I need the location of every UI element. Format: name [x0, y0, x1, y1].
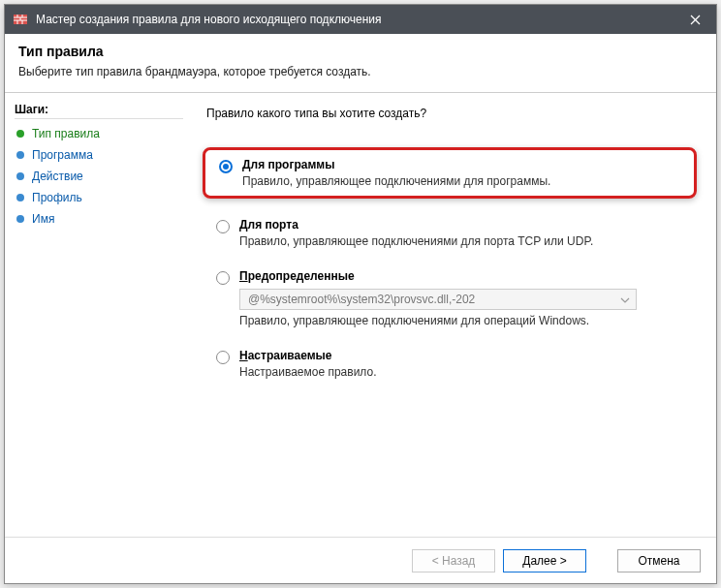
- step-bullet-icon: [16, 151, 24, 159]
- steps-title: Шаги:: [15, 101, 183, 119]
- step-label: Действие: [32, 170, 83, 183]
- dropdown-value: @%systemroot%\system32\provsvc.dll,-202: [248, 293, 475, 306]
- page-subtitle: Выберите тип правила брандмауэра, которо…: [18, 65, 703, 78]
- firewall-icon: [13, 12, 28, 27]
- step-label: Тип правила: [32, 127, 100, 140]
- option-custom-desc: Настраиваемое правило.: [239, 365, 693, 379]
- wizard-body: Шаги: Тип правила Программа Действие Про…: [5, 93, 716, 537]
- step-action[interactable]: Действие: [15, 166, 183, 187]
- step-name[interactable]: Имя: [15, 208, 183, 230]
- option-port[interactable]: Для порта Правило, управляющее подключен…: [206, 212, 697, 254]
- close-button[interactable]: [674, 5, 716, 34]
- option-program[interactable]: Для программы Правило, управляющее подкл…: [203, 147, 697, 199]
- radio-custom[interactable]: [216, 351, 230, 364]
- option-predefined-desc: Правило, управляющее подключениями для о…: [239, 314, 693, 327]
- titlebar: Мастер создания правила для нового исход…: [5, 5, 716, 34]
- radio-predefined[interactable]: [216, 271, 230, 285]
- radio-port[interactable]: [216, 220, 230, 233]
- wizard-header: Тип правила Выберите тип правила брандма…: [5, 34, 716, 93]
- option-custom[interactable]: Настраиваемые Настраиваемое правило.: [206, 343, 697, 385]
- wizard-footer: < Назад Далее > Отмена: [5, 537, 716, 583]
- page-title: Тип правила: [18, 44, 703, 59]
- next-button[interactable]: Далее >: [503, 549, 586, 573]
- steps-sidebar: Шаги: Тип правила Программа Действие Про…: [5, 93, 189, 537]
- window-title: Мастер создания правила для нового исход…: [36, 13, 674, 26]
- chevron-down-icon: [620, 293, 630, 306]
- option-predefined-label: Предопределенные: [239, 269, 693, 283]
- step-rule-type[interactable]: Тип правила: [15, 123, 183, 144]
- step-label: Имя: [32, 212, 54, 226]
- predefined-dropdown[interactable]: @%systemroot%\system32\provsvc.dll,-202: [239, 289, 637, 310]
- radio-program[interactable]: [219, 160, 233, 173]
- step-bullet-icon: [16, 215, 24, 223]
- content-area: Правило какого типа вы хотите создать? Д…: [189, 93, 716, 537]
- step-bullet-icon: [16, 172, 24, 180]
- option-program-desc: Правило, управляющее подключениями для п…: [242, 174, 684, 188]
- option-program-label: Для программы: [242, 158, 684, 171]
- step-bullet-icon: [16, 194, 24, 201]
- option-custom-label: Настраиваемые: [239, 349, 693, 362]
- option-predefined[interactable]: Предопределенные @%systemroot%\system32\…: [206, 263, 697, 333]
- question-text: Правило какого типа вы хотите создать?: [206, 107, 697, 120]
- step-bullet-icon: [16, 130, 24, 138]
- wizard-window: Мастер создания правила для нового исход…: [4, 4, 717, 584]
- option-port-label: Для порта: [239, 218, 693, 232]
- step-profile[interactable]: Профиль: [15, 187, 183, 208]
- step-label: Программа: [32, 148, 93, 162]
- step-label: Профиль: [32, 191, 82, 204]
- close-icon: [690, 15, 701, 25]
- step-program[interactable]: Программа: [15, 144, 183, 166]
- option-port-desc: Правило, управляющее подключениями для п…: [239, 234, 693, 248]
- cancel-button[interactable]: Отмена: [617, 549, 701, 573]
- back-button[interactable]: < Назад: [412, 549, 495, 573]
- rule-type-options: Для программы Правило, управляющее подкл…: [206, 147, 697, 385]
